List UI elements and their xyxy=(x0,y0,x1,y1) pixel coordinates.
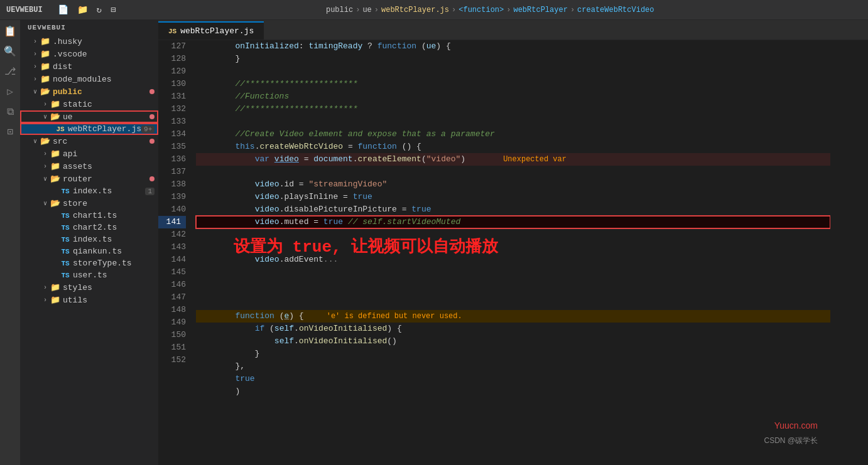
minimap[interactable] xyxy=(830,40,868,465)
refresh-icon[interactable]: ↻ xyxy=(94,3,104,16)
sidebar-item-index-ts2[interactable]: › TS index.ts xyxy=(20,233,158,245)
new-folder-icon[interactable]: 📁 xyxy=(75,3,90,16)
sidebar-item-vscode[interactable]: › 📁 .vscode xyxy=(20,48,158,60)
sidebar-label-assets: assets xyxy=(63,162,158,171)
code-line-130: //*********************** xyxy=(196,78,830,90)
sidebar-item-store[interactable]: ∨ 📂 store xyxy=(20,197,158,210)
sidebar-item-storetype[interactable]: › TS storeType.ts xyxy=(20,257,158,269)
code-line-129 xyxy=(196,65,830,78)
count-webrtc: 9+ xyxy=(141,126,155,133)
collapse-arrow-router: ∨ xyxy=(40,175,50,183)
code-line-132: //*********************** xyxy=(196,103,830,115)
ts-icon-chart2: TS xyxy=(60,224,70,232)
sidebar-item-styles[interactable]: › 📁 styles xyxy=(20,281,158,294)
code-line-133 xyxy=(196,115,830,128)
sidebar-item-router[interactable]: ∨ 📂 router xyxy=(20,173,158,185)
remote-icon[interactable]: ⊡ xyxy=(1,123,19,141)
sidebar-label-index-ts: index.ts xyxy=(73,186,145,196)
sidebar-title: UEVWEBUI xyxy=(20,20,158,35)
sidebar-item-husky[interactable]: › 📁 .husky xyxy=(20,35,158,48)
sidebar-item-public[interactable]: ∨ 📂 public xyxy=(20,85,158,98)
sidebar-item-assets[interactable]: › 📁 assets xyxy=(20,160,158,173)
sidebar-item-index-ts[interactable]: › TS index.ts 1 xyxy=(20,185,158,197)
collapse-arrow-store: ∨ xyxy=(40,200,50,207)
code-line-145: function (e) { 'e' is defined but never … xyxy=(196,310,830,323)
code-line-143: video.addEvent... 设置为 true, 让视频可以自动播放 xyxy=(196,241,830,279)
folder-icon-public: 📂 xyxy=(40,87,50,97)
code-line-150: true xyxy=(196,373,830,385)
new-file-icon[interactable]: 📄 xyxy=(55,3,71,16)
code-container: 127 128 129 130 131 132 133 134 135 136 … xyxy=(158,40,868,465)
ts-icon-qiankun: TS xyxy=(60,248,70,255)
sidebar-item-user[interactable]: › TS user.ts xyxy=(20,269,158,281)
sidebar-label-static: static xyxy=(63,100,158,109)
badge-src xyxy=(149,139,155,144)
bc-ue[interactable]: ue xyxy=(362,6,371,14)
bc-file[interactable]: webRtcPlayer.js xyxy=(381,6,449,14)
ts-icon-index2: TS xyxy=(60,236,70,243)
editor-area: JS webRtcPlayer.js 127 128 129 130 131 1… xyxy=(158,20,868,465)
sidebar-item-static[interactable]: › 📁 static xyxy=(20,98,158,110)
folder-icon-router: 📂 xyxy=(50,174,60,184)
badge-public xyxy=(149,89,155,94)
code-line-142 xyxy=(196,228,830,241)
sidebar-label-index-ts2: index.ts xyxy=(73,235,158,244)
sidebar-label-vscode: .vscode xyxy=(53,50,158,59)
ts-icon-index: TS xyxy=(60,188,70,195)
sidebar-label-chart1: chart1.ts xyxy=(73,211,158,220)
sidebar-label-styles: styles xyxy=(63,283,158,292)
sidebar-item-node-modules[interactable]: › 📁 node_modules xyxy=(20,73,158,85)
error-annotation-136: Unexpected var xyxy=(503,153,567,166)
title-bar: UEVWEBUI 📄 📁 ↻ ⊟ public › ue › webRtcPla… xyxy=(0,0,868,20)
sidebar-label-router: router xyxy=(63,174,149,184)
folder-icon-ue: 📂 xyxy=(50,112,60,122)
sidebar-item-qiankun[interactable]: › TS qiankun.ts xyxy=(20,245,158,257)
bc-player[interactable]: webRtcPlayer xyxy=(513,6,567,14)
sidebar-item-utils[interactable]: › 📁 utils xyxy=(20,294,158,306)
source-control-icon[interactable]: ⎇ xyxy=(1,63,19,80)
breadcrumb: public › ue › webRtcPlayer.js › <functio… xyxy=(118,6,862,14)
code-line-141: video.muted = true // self.startVideoMut… xyxy=(196,216,830,228)
collapse-icon[interactable]: ⊟ xyxy=(108,3,118,16)
warning-annotation-145: 'e' is defined but never used. xyxy=(304,310,462,323)
explorer-icon[interactable]: 📋 xyxy=(1,23,19,40)
tab-label: webRtcPlayer.js xyxy=(180,26,254,36)
title-bar-icons: 📄 📁 ↻ ⊟ xyxy=(55,3,119,16)
debug-icon[interactable]: ▷ xyxy=(1,83,19,100)
collapse-arrow-dist: › xyxy=(30,63,40,70)
sidebar-item-api[interactable]: › 📁 api xyxy=(20,147,158,160)
code-line-134: //Create Video element and expose that a… xyxy=(196,128,830,141)
sidebar-item-webrtcplayer[interactable]: › JS webRtcPlayer.js 9+ xyxy=(20,123,158,135)
editor-tab-webrtc[interactable]: JS webRtcPlayer.js xyxy=(158,21,264,40)
code-line-140: video.disablePictureInPicture = true xyxy=(196,203,830,216)
sidebar-label-utils: utils xyxy=(63,296,158,305)
folder-icon-assets: 📁 xyxy=(50,161,60,171)
badge-ue xyxy=(149,114,155,119)
code-line-137 xyxy=(196,166,830,178)
watermark-yuucn: Yuucn.com xyxy=(774,420,818,430)
main-layout: 📋 🔍 ⎇ ▷ ⧉ ⊡ UEVWEBUI › 📁 .husky › 📁 .vsc… xyxy=(0,20,868,465)
folder-icon-api: 📁 xyxy=(50,149,60,159)
extensions-icon[interactable]: ⧉ xyxy=(1,103,19,120)
code-content[interactable]: onInitialized: timingReady ? function (u… xyxy=(191,40,830,465)
sidebar-item-src[interactable]: ∨ 📂 src xyxy=(20,135,158,147)
sidebar-item-ue[interactable]: ∨ 📂 ue xyxy=(20,110,158,123)
bc-public[interactable]: public xyxy=(326,6,353,14)
folder-icon-vscode: 📁 xyxy=(40,49,50,59)
count-index: 1 xyxy=(145,188,155,195)
sidebar-label-user: user.ts xyxy=(73,270,158,280)
ts-icon-user: TS xyxy=(60,272,70,279)
bc-function: <function> xyxy=(458,6,504,14)
collapse-arrow-public: ∨ xyxy=(30,88,40,95)
folder-icon-dist: 📁 xyxy=(40,61,50,72)
sidebar-item-chart1[interactable]: › TS chart1.ts xyxy=(20,210,158,222)
sidebar-label-api: api xyxy=(63,149,158,159)
sidebar-label-public: public xyxy=(53,87,149,97)
bc-method[interactable]: createWebRtcVideo xyxy=(577,6,654,14)
sidebar-item-dist[interactable]: › 📁 dist xyxy=(20,60,158,73)
sidebar-item-chart2[interactable]: › TS chart2.ts xyxy=(20,222,158,233)
collapse-arrow-api: › xyxy=(40,151,50,158)
search-icon[interactable]: 🔍 xyxy=(1,43,19,60)
code-line-144 xyxy=(196,297,830,310)
collapse-arrow-styles: › xyxy=(40,284,50,291)
